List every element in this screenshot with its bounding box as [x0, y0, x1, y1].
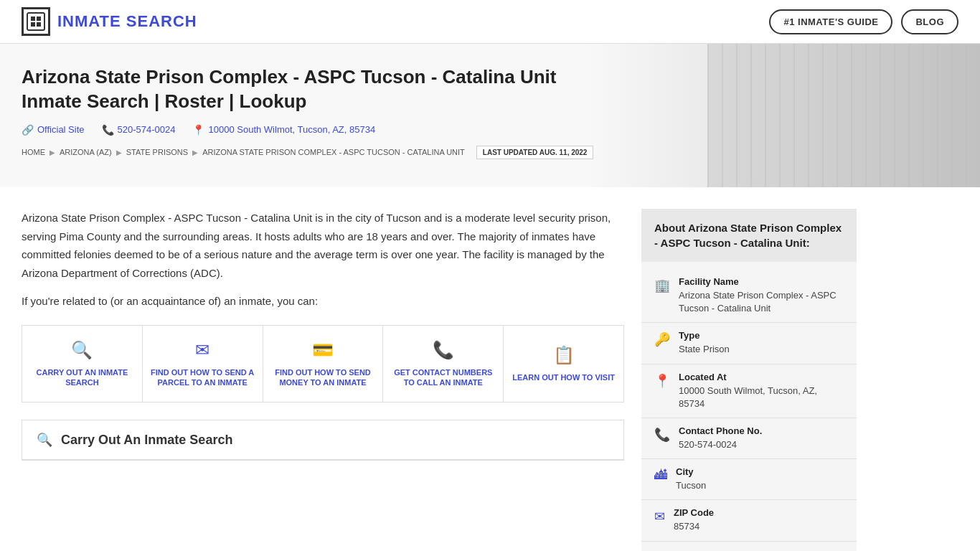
hero-meta: 🔗 Official Site 📞 520-574-0024 📍 10000 S… — [22, 124, 958, 136]
breadcrumb: HOME ▶ ARIZONA (AZ) ▶ STATE PRISONS ▶ AR… — [22, 146, 958, 159]
sidebar-zip-content: ZIP Code 85734 — [674, 507, 714, 533]
official-site-label: Official Site — [37, 124, 85, 135]
sidebar-phone-content: Contact Phone No. 520-574-0024 — [679, 425, 762, 451]
svg-rect-4 — [37, 22, 41, 27]
link-icon: 🔗 — [22, 124, 34, 136]
action-card-inmate-search[interactable]: 🔍 CARRY OUT AN INMATE SEARCH — [22, 326, 143, 402]
type-label: Type — [679, 330, 730, 341]
svg-rect-2 — [37, 17, 41, 21]
action-label-search: CARRY OUT AN INMATE SEARCH — [29, 367, 135, 388]
breadcrumb-home[interactable]: HOME — [22, 148, 45, 156]
city-value: Tucson — [676, 479, 706, 492]
logo-text: INMATE SEARCH — [57, 12, 197, 31]
svg-rect-1 — [31, 17, 35, 21]
zip-label: ZIP Code — [674, 507, 714, 518]
sidebar-card: About Arizona State Prison Complex - ASP… — [641, 209, 857, 551]
header-nav: #1 INMATE'S GUIDE BLOG — [769, 9, 958, 34]
action-label-contact: GET CONTACT NUMBERS TO CALL AN INMATE — [390, 367, 496, 388]
action-cards: 🔍 CARRY OUT AN INMATE SEARCH ✉ FIND OUT … — [22, 325, 624, 403]
site-logo: INMATE SEARCH — [22, 7, 197, 36]
zip-icon: ✉ — [654, 509, 665, 533]
description-para2: If you're related to (or an acquaintance… — [22, 292, 624, 311]
svg-rect-3 — [31, 22, 35, 27]
sidebar-facility-content: Facility Name Arizona State Prison Compl… — [679, 276, 844, 315]
sidebar-title: About Arizona State Prison Complex - ASP… — [641, 209, 857, 262]
sidebar-row-facility-name: 🏢 Facility Name Arizona State Prison Com… — [641, 269, 857, 323]
svg-rect-0 — [27, 13, 44, 30]
action-card-send-parcel[interactable]: ✉ FIND OUT HOW TO SEND A PARCEL TO AN IN… — [143, 326, 263, 402]
phone-icon: 📞 — [102, 124, 114, 136]
logo-icon — [22, 7, 50, 36]
location-icon: 📍 — [192, 124, 204, 136]
action-card-send-money[interactable]: 💳 FIND OUT HOW TO SEND MONEY TO AN INMAT… — [263, 326, 384, 402]
description: Arizona State Prison Complex - ASPC Tucs… — [22, 209, 624, 311]
hero-background — [707, 44, 980, 187]
breadcrumb-sep-1: ▶ — [50, 149, 55, 156]
type-value: State Prison — [679, 343, 730, 356]
sidebar-city-content: City Tucson — [676, 466, 706, 492]
search-header: 🔍 Carry Out An Inmate Search — [22, 420, 623, 460]
breadcrumb-sep-3: ▶ — [192, 149, 198, 156]
parcel-icon: ✉ — [195, 340, 209, 360]
page-title: Arizona State Prison Complex - ASPC Tucs… — [22, 65, 610, 114]
action-card-contact-numbers[interactable]: 📞 GET CONTACT NUMBERS TO CALL AN INMATE — [383, 326, 504, 402]
sidebar-state-content: State — [676, 549, 699, 552]
sidebar-row-state: 🗺 State — [641, 542, 857, 552]
city-icon: 🏙 — [654, 468, 667, 492]
breadcrumb-current: ARIZONA STATE PRISON COMPLEX - ASPC TUCS… — [202, 148, 465, 156]
phone-sidebar-icon: 📞 — [654, 427, 670, 451]
phone-value: 520-574-0024 — [118, 124, 176, 135]
content-left: Arizona State Prison Complex - ASPC Tucs… — [22, 209, 624, 551]
action-label-money: FIND OUT HOW TO SEND MONEY TO AN INMATE — [270, 367, 376, 388]
located-at-value: 10000 South Wilmot, Tucson, AZ, 85734 — [679, 385, 844, 410]
sidebar: About Arizona State Prison Complex - ASP… — [641, 209, 857, 551]
phone-value-sidebar: 520-574-0024 — [679, 438, 762, 451]
inmates-guide-button[interactable]: #1 INMATE'S GUIDE — [769, 9, 892, 34]
official-site-link[interactable]: 🔗 Official Site — [22, 124, 85, 136]
search-icon: 🔍 — [71, 340, 93, 360]
visit-icon: 📋 — [553, 345, 575, 365]
zip-value: 85734 — [674, 520, 714, 533]
breadcrumb-state-prisons[interactable]: STATE PRISONS — [126, 148, 188, 156]
action-card-how-to-visit[interactable]: 📋 LEARN OUT HOW TO VISIT — [504, 326, 623, 402]
phone-label: Contact Phone No. — [679, 425, 762, 436]
sidebar-row-city: 🏙 City Tucson — [641, 459, 857, 500]
call-icon: 📞 — [433, 340, 454, 360]
facility-name-label: Facility Name — [679, 276, 844, 287]
city-label: City — [676, 466, 706, 477]
address-meta: 📍 10000 South Wilmot, Tucson, AZ, 85734 — [192, 124, 375, 136]
description-para1: Arizona State Prison Complex - ASPC Tucs… — [22, 209, 624, 282]
address-value: 10000 South Wilmot, Tucson, AZ, 85734 — [208, 124, 375, 135]
action-label-visit: LEARN OUT HOW TO VISIT — [512, 372, 615, 382]
sidebar-type-content: Type State Prison — [679, 330, 730, 356]
sidebar-body: 🏢 Facility Name Arizona State Prison Com… — [641, 262, 857, 551]
sidebar-row-type: 🔑 Type State Prison — [641, 323, 857, 364]
located-at-label: Located At — [679, 372, 844, 382]
search-section: 🔍 Carry Out An Inmate Search — [22, 420, 624, 461]
site-header: INMATE SEARCH #1 INMATE'S GUIDE BLOG — [0, 0, 980, 44]
state-label: State — [676, 549, 699, 552]
sidebar-row-located-at: 📍 Located At 10000 South Wilmot, Tucson,… — [641, 364, 857, 418]
building-icon: 🏢 — [654, 278, 670, 315]
location-at-icon: 📍 — [654, 373, 670, 410]
facility-name-value: Arizona State Prison Complex - ASPC Tucs… — [679, 289, 844, 315]
action-label-parcel: FIND OUT HOW TO SEND A PARCEL TO AN INMA… — [150, 367, 255, 388]
search-section-title: Carry Out An Inmate Search — [61, 433, 232, 448]
money-icon: 💳 — [312, 340, 334, 360]
last-updated-badge: LAST UPDATED AUG. 11, 2022 — [476, 146, 594, 159]
hero-section: Arizona State Prison Complex - ASPC Tucs… — [0, 44, 980, 187]
breadcrumb-arizona[interactable]: ARIZONA (AZ) — [60, 148, 112, 156]
breadcrumb-sep-2: ▶ — [116, 149, 122, 156]
blog-button[interactable]: BLOG — [901, 9, 958, 34]
search-section-icon: 🔍 — [37, 432, 52, 448]
phone-meta: 📞 520-574-0024 — [102, 124, 176, 136]
sidebar-location-content: Located At 10000 South Wilmot, Tucson, A… — [679, 372, 844, 410]
main-content: Arizona State Prison Complex - ASPC Tucs… — [0, 187, 980, 551]
sidebar-row-phone: 📞 Contact Phone No. 520-574-0024 — [641, 418, 857, 459]
type-icon: 🔑 — [654, 331, 670, 356]
sidebar-row-zip: ✉ ZIP Code 85734 — [641, 500, 857, 541]
